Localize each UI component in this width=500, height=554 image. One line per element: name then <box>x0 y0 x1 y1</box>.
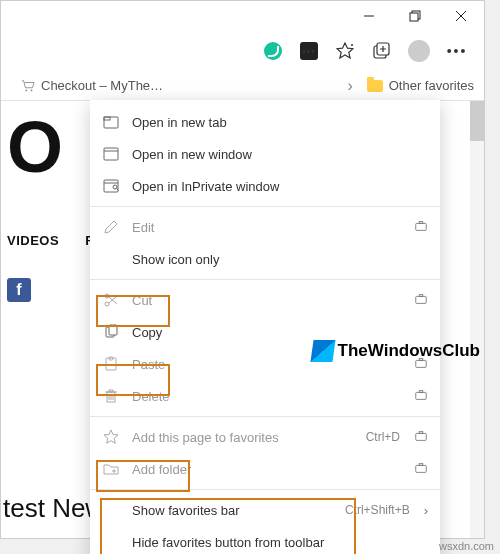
grammarly-icon[interactable] <box>264 42 282 60</box>
chevron-right-icon[interactable]: › <box>347 77 352 95</box>
chevron-right-icon: › <box>424 503 428 518</box>
shortcut: Ctrl+Shift+B <box>345 503 414 517</box>
menu-label: Hide favorites button from toolbar <box>132 535 324 550</box>
svg-rect-9 <box>104 117 118 128</box>
toolbar: ••• ••• <box>1 31 484 71</box>
menu-label: Open in InPrivate window <box>132 179 279 194</box>
svg-rect-23 <box>109 325 117 335</box>
svg-rect-35 <box>419 390 423 392</box>
menu-delete[interactable]: Delete <box>90 380 440 412</box>
svg-rect-16 <box>416 223 427 230</box>
menu-open-new-tab[interactable]: Open in new tab <box>90 106 440 138</box>
separator <box>90 489 440 490</box>
paste-icon <box>102 356 120 372</box>
svg-rect-21 <box>419 294 423 296</box>
folder-icon <box>367 80 383 92</box>
briefcase-icon <box>414 292 428 309</box>
extension-icon[interactable]: ••• <box>300 42 318 60</box>
menu-add-folder[interactable]: Add folder <box>90 453 440 485</box>
bookmark-item[interactable]: Checkout – MyThe… <box>21 78 163 93</box>
collections-icon[interactable] <box>372 42 390 60</box>
briefcase-icon <box>414 461 428 478</box>
scrollbar-thumb[interactable] <box>470 101 484 141</box>
svg-rect-20 <box>416 296 427 303</box>
context-menu: Open in new tab Open in new window Open … <box>90 100 440 554</box>
folder-plus-icon <box>102 461 120 477</box>
menu-hide-favorites-button[interactable]: Hide favorites button from toolbar <box>90 526 440 554</box>
menu-add-page-to-favorites[interactable]: Add this page to favorites Ctrl+D <box>90 421 440 453</box>
menu-label: Edit <box>132 220 154 235</box>
watermark-text: TheWindowsClub <box>338 341 480 361</box>
briefcase-icon <box>414 388 428 405</box>
svg-rect-13 <box>104 180 118 192</box>
svg-point-18 <box>105 302 109 306</box>
pencil-icon <box>102 219 120 235</box>
menu-cut[interactable]: Cut <box>90 284 440 316</box>
menu-show-icon-only[interactable]: Show icon only <box>90 243 440 275</box>
shortcut: Ctrl+D <box>366 430 404 444</box>
briefcase-icon <box>414 219 428 236</box>
scrollbar[interactable] <box>470 101 484 538</box>
menu-label: Show favorites bar <box>132 503 240 518</box>
menu-label: Cut <box>132 293 152 308</box>
copy-icon <box>102 324 120 340</box>
svg-rect-33 <box>109 390 113 392</box>
facebook-icon[interactable]: f <box>7 278 31 302</box>
menu-label: Open in new window <box>132 147 252 162</box>
watermark: TheWindowsClub <box>312 340 480 362</box>
minimize-button[interactable] <box>346 1 392 31</box>
favorites-bar: Checkout – MyThe… › Other favorites <box>1 71 484 101</box>
menu-edit[interactable]: Edit <box>90 211 440 243</box>
separator <box>90 279 440 280</box>
other-favorites-button[interactable]: Other favorites <box>367 78 474 93</box>
inprivate-icon <box>102 178 120 194</box>
svg-rect-2 <box>410 13 418 21</box>
svg-rect-39 <box>419 463 423 465</box>
menu-label: Add this page to favorites <box>132 430 279 445</box>
new-window-icon <box>102 146 120 162</box>
svg-rect-36 <box>416 433 427 440</box>
svg-rect-17 <box>419 221 423 223</box>
more-icon[interactable]: ••• <box>448 42 466 60</box>
footer-credit: wsxdn.com <box>439 540 494 552</box>
star-plus-icon <box>102 429 120 445</box>
new-tab-icon <box>102 114 120 130</box>
menu-open-inprivate[interactable]: Open in InPrivate window <box>90 170 440 202</box>
menu-label: Copy <box>132 325 162 340</box>
svg-point-19 <box>105 294 109 298</box>
svg-rect-34 <box>416 392 427 399</box>
separator <box>90 206 440 207</box>
menu-label: Add folder <box>132 462 191 477</box>
menu-label: Open in new tab <box>132 115 227 130</box>
close-button[interactable] <box>438 1 484 31</box>
favorites-star-icon[interactable] <box>336 42 354 60</box>
cart-icon <box>21 79 35 93</box>
svg-rect-38 <box>416 465 427 472</box>
bookmark-label: Checkout – MyThe… <box>41 78 163 93</box>
maximize-button[interactable] <box>392 1 438 31</box>
menu-open-new-window[interactable]: Open in new window <box>90 138 440 170</box>
menu-show-favorites-bar[interactable]: Show favorites bar Ctrl+Shift+B › <box>90 494 440 526</box>
scissors-icon <box>102 292 120 308</box>
other-favorites-label: Other favorites <box>389 78 474 93</box>
titlebar <box>1 1 484 31</box>
menu-label: Paste <box>132 357 165 372</box>
svg-point-7 <box>25 89 27 91</box>
svg-point-8 <box>31 89 33 91</box>
svg-point-15 <box>113 185 117 189</box>
svg-rect-37 <box>419 431 423 433</box>
tab-videos[interactable]: VIDEOS <box>7 233 59 248</box>
trash-icon <box>102 388 120 404</box>
menu-label: Show icon only <box>132 252 219 267</box>
svg-rect-10 <box>104 117 110 120</box>
separator <box>90 416 440 417</box>
watermark-logo-icon <box>310 340 335 362</box>
svg-rect-11 <box>104 148 118 160</box>
profile-avatar[interactable] <box>408 40 430 62</box>
briefcase-icon <box>414 429 428 446</box>
menu-label: Delete <box>132 389 170 404</box>
